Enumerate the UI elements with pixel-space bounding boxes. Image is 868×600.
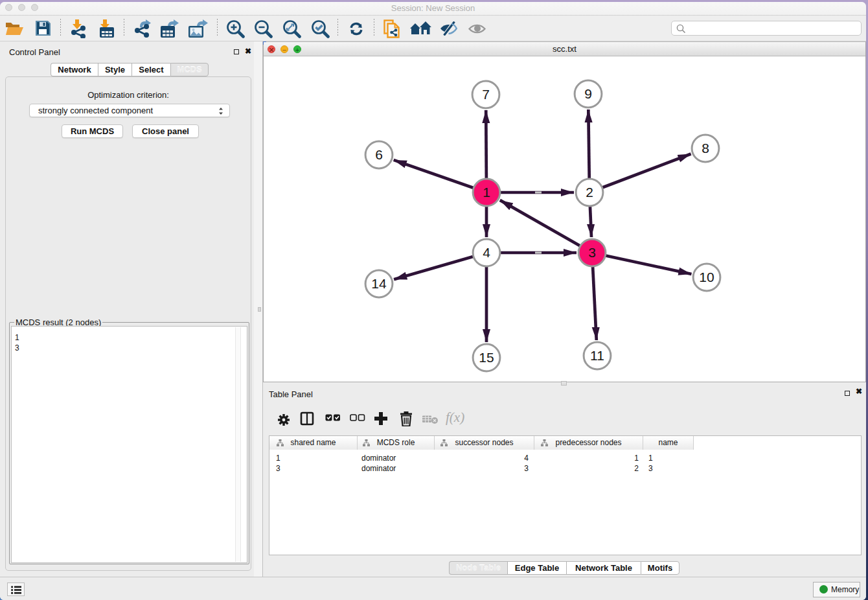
svg-text:8: 8: [702, 141, 709, 156]
svg-text:14: 14: [371, 276, 387, 291]
svg-text:15: 15: [479, 350, 494, 365]
svg-text:7: 7: [482, 87, 490, 102]
svg-text:11: 11: [590, 348, 604, 363]
svg-text:6: 6: [375, 147, 383, 162]
svg-text:4: 4: [483, 245, 490, 260]
svg-text:9: 9: [584, 86, 592, 101]
svg-text:10: 10: [699, 270, 714, 284]
svg-text:2: 2: [586, 185, 593, 200]
svg-text:1: 1: [483, 185, 490, 200]
svg-text:3: 3: [588, 245, 596, 260]
